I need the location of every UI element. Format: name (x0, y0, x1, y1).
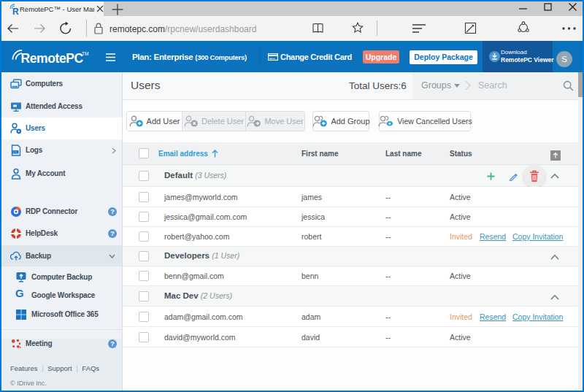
svg-text:RemotePC: RemotePC (21, 51, 84, 66)
svg-text:R: R (12, 7, 19, 17)
svg-text:TM: TM (82, 51, 88, 56)
